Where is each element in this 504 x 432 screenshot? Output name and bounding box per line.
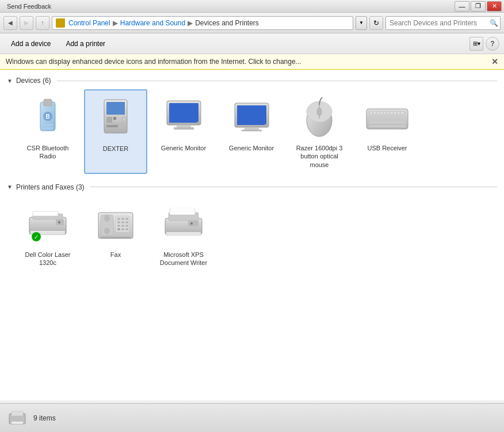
svg-rect-55 [125,218,128,220]
svg-rect-39 [394,112,396,114]
svg-rect-41 [401,112,404,114]
status-printer-icon [7,408,28,429]
svg-rect-19 [237,105,266,125]
status-bar: 9 items [0,403,504,432]
forward-button[interactable]: ▶ [20,16,33,30]
svg-rect-34 [377,112,379,114]
svg-rect-57 [121,221,124,223]
svg-rect-68 [101,237,131,238]
device-monitor-2[interactable]: Generic Monitor [220,89,283,174]
breadcrumb-controlpanel[interactable]: Control Panel [68,19,110,27]
minimize-button[interactable]: — [455,1,469,12]
svg-rect-58 [125,221,128,223]
device-monitor-1[interactable]: Generic Monitor [152,89,215,174]
svg-point-22 [265,124,267,126]
svg-rect-40 [398,112,400,114]
svg-rect-4 [43,124,53,126]
fax-icon [93,201,139,247]
device-label-fax: Fax [110,251,121,259]
printers-grid: ✓ Dell Color Laser1320c [7,196,497,272]
printers-section-header: ▼ Printers and Faxes (3) [7,183,497,191]
refresh-button[interactable]: ↻ [369,16,383,30]
svg-rect-60 [121,225,124,227]
add-device-button[interactable]: Add a device [5,37,57,50]
devices-divider [57,81,497,81]
svg-rect-35 [380,112,383,114]
search-icon[interactable]: 🔍 [487,17,500,29]
toolbar: Add a device Add a printer ⊞▾ ? [0,33,504,54]
xps-printer-icon [161,201,207,247]
device-label-monitor2: Generic Monitor [229,144,274,152]
back-button[interactable]: ◀ [3,16,17,30]
devices-grid: B CSR BluetoothRadio [7,89,497,174]
svg-text:B: B [45,113,49,120]
device-label-dexter: DEXTER [103,145,129,153]
svg-rect-14 [169,103,198,123]
monitor-2-icon [228,94,274,141]
device-xps-writer[interactable]: Microsoft XPSDocument Writer [152,196,215,272]
device-label-dell: Dell Color Laser1320c [25,251,71,267]
svg-rect-12 [106,123,125,125]
address-bar: ◀ ▶ ↑ Control Panel ▶ Hardware and Sound… [0,13,504,33]
breadcrumb-dropdown[interactable]: ▼ [356,16,367,30]
svg-point-17 [197,122,199,124]
devices-toggle[interactable]: ▼ [7,78,13,84]
device-razer-mouse[interactable]: Razer 1600dpi 3button opticalmouse [288,89,351,174]
svg-rect-79 [12,422,23,423]
main-content: ▼ Devices (6) B [0,70,504,400]
device-fax[interactable]: Fax [84,196,147,272]
svg-rect-38 [391,112,393,114]
search-input[interactable] [386,19,487,27]
svg-text:✓: ✓ [34,234,39,240]
device-csr-bluetooth[interactable]: B CSR BluetoothRadio [16,89,79,174]
up-button[interactable]: ↑ [36,16,49,30]
device-label-mouse: Razer 1600dpi 3button opticalmouse [296,144,343,169]
restore-button[interactable]: ❐ [471,1,486,12]
device-label-csr: CSR BluetoothRadio [27,144,69,161]
device-usb-receiver[interactable]: USB Receiver [356,89,419,174]
close-button[interactable]: ✕ [487,1,502,12]
svg-rect-64 [125,228,128,230]
banner-close-button[interactable]: ✕ [491,58,498,66]
bluetooth-icon: B [25,94,71,141]
help-button[interactable]: ? [486,37,499,51]
devices-section-label: Devices (6) [16,77,51,85]
svg-point-74 [190,222,193,225]
view-options-button[interactable]: ⊞▾ [469,37,483,51]
device-label-monitor1: Generic Monitor [161,144,206,152]
svg-point-48 [58,221,60,223]
title-bar: Send Feedback — ❐ ✕ [0,0,504,13]
dell-printer-icon: ✓ [25,201,71,247]
svg-rect-9 [113,117,116,120]
svg-rect-59 [117,225,120,227]
computer-icon [93,95,139,141]
feedback-link[interactable]: Send Feedback [7,3,51,10]
add-printer-button[interactable]: Add a printer [59,37,112,50]
devices-section-header: ▼ Devices (6) [7,77,497,85]
svg-point-26 [317,108,322,116]
printers-section-label: Printers and Faxes (3) [16,183,85,191]
breadcrumb-hardware[interactable]: Hardware and Sound [120,19,185,27]
info-banner[interactable]: Windows can display enhanced device icon… [0,54,504,70]
printers-divider [90,187,497,187]
svg-point-66 [104,215,110,222]
svg-rect-53 [117,218,120,220]
svg-rect-37 [387,112,390,114]
device-dexter[interactable]: DEXTER [84,89,147,174]
folder-icon [56,18,65,28]
banner-text: Windows can display enhanced device icon… [6,58,301,66]
breadcrumb-devices: Devices and Printers [195,19,259,27]
search-box[interactable]: 🔍 [385,16,501,30]
monitor-1-icon [161,94,207,141]
device-label-usb-receiver: USB Receiver [367,144,407,152]
svg-point-67 [104,228,110,234]
svg-rect-56 [117,221,120,223]
printers-toggle[interactable]: ▼ [7,184,13,190]
keyboard-icon [364,94,410,141]
svg-rect-76 [166,234,201,236]
svg-rect-21 [242,130,262,131]
device-label-xps: Microsoft XPSDocument Writer [160,251,207,267]
device-dell-laser[interactable]: ✓ Dell Color Laser1320c [16,196,79,272]
svg-rect-5 [43,127,53,130]
svg-rect-78 [12,411,23,416]
